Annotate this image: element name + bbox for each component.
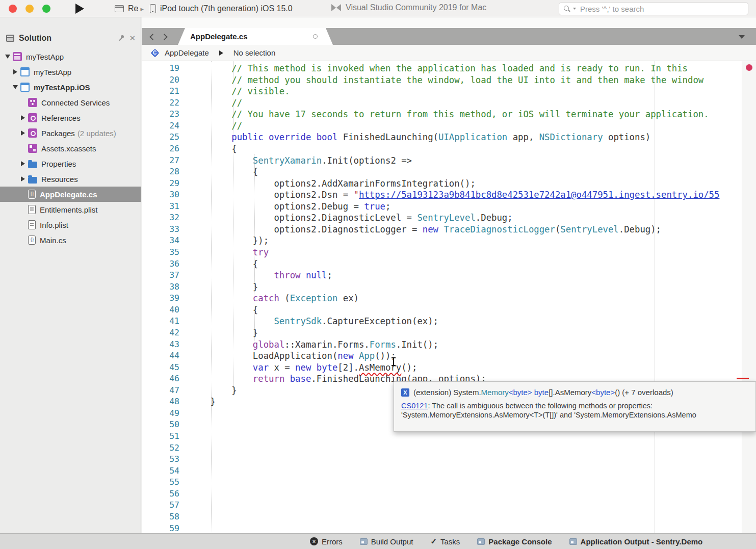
cs-file-icon bbox=[28, 236, 36, 245]
configuration-icon bbox=[115, 5, 124, 12]
code-line-22: 22 // bbox=[142, 97, 742, 109]
tree-item-connected-services-3[interactable]: Connected Services bbox=[0, 95, 141, 110]
code-editor[interactable]: 19 // This method is invoked when the ap… bbox=[142, 61, 756, 533]
errors-icon bbox=[310, 537, 318, 545]
minimize-window-button[interactable] bbox=[25, 5, 34, 13]
tree-item-mytestapp-1[interactable]: myTestApp bbox=[0, 64, 141, 80]
line-number: 44 bbox=[142, 350, 179, 362]
code-line-39: 39 catch (Exception ex) bbox=[142, 293, 742, 304]
navigate-forward-button[interactable] bbox=[159, 32, 172, 41]
project-icon bbox=[20, 67, 30, 76]
code-line-59: 59 bbox=[142, 523, 742, 534]
tree-item-label: Info.plist bbox=[40, 221, 68, 229]
run-button[interactable] bbox=[75, 4, 84, 14]
line-number: 54 bbox=[142, 465, 179, 477]
application-output-icon bbox=[569, 538, 577, 545]
tab-modified-indicator bbox=[313, 34, 318, 39]
line-number: 27 bbox=[142, 155, 179, 167]
disclosure-right-icon[interactable] bbox=[19, 161, 27, 166]
code-line-58: 58 bbox=[142, 511, 742, 523]
tab-appdelegate[interactable]: AppDelegate.cs bbox=[178, 28, 333, 45]
tree-item-label: Entitlements.plist bbox=[40, 205, 97, 214]
navigate-back-button[interactable] bbox=[145, 32, 158, 41]
assets-icon bbox=[28, 144, 37, 153]
disclosure-right-icon[interactable] bbox=[19, 176, 27, 181]
package-console-button[interactable]: Package Console bbox=[477, 537, 552, 546]
tree-item-info-plist-11[interactable]: Info.plist bbox=[0, 217, 141, 232]
status-item-label: Errors bbox=[322, 537, 343, 546]
line-number: 30 bbox=[142, 189, 179, 201]
error-marker-top[interactable] bbox=[746, 64, 752, 71]
package-console-icon bbox=[477, 538, 485, 545]
line-number: 58 bbox=[142, 511, 179, 523]
tab-strip-spacer bbox=[142, 17, 756, 28]
tree-item-assets-xcassets-6[interactable]: Assets.xcassets bbox=[0, 141, 141, 156]
code-line-36: 36 { bbox=[142, 258, 742, 270]
tree-item-resources-8[interactable]: Resources bbox=[0, 171, 141, 187]
editor-column: AppDelegate.cs C AppDelegate No selectio… bbox=[142, 17, 756, 533]
disclosure-right-icon[interactable] bbox=[19, 115, 27, 120]
tree-item-properties-7[interactable]: Properties bbox=[0, 156, 141, 171]
tree-item-entitlements-plist-10[interactable]: Entitlements.plist bbox=[0, 202, 141, 217]
error-marker-line45[interactable] bbox=[737, 378, 749, 379]
disclosure-right-icon[interactable] bbox=[19, 130, 27, 136]
tooltip-error-text: : The call is ambiguous between the foll… bbox=[428, 402, 653, 410]
code-line-25: 25 public override bool FinishedLaunchin… bbox=[142, 132, 742, 143]
line-number: 26 bbox=[142, 143, 179, 155]
tab-list-dropdown[interactable] bbox=[739, 35, 745, 39]
configuration-label: Re bbox=[128, 4, 138, 13]
tree-item-label: Resources bbox=[41, 175, 78, 184]
application-output-button[interactable]: Application Output - Sentry.Demo bbox=[569, 537, 703, 546]
tree-item-label: Connected Services bbox=[41, 98, 110, 107]
error-code-link[interactable]: CS0121 bbox=[401, 402, 428, 410]
references-icon bbox=[28, 113, 37, 122]
line-number: 48 bbox=[142, 396, 179, 408]
line-number: 43 bbox=[142, 339, 179, 351]
tree-item-packages-5[interactable]: Packages(2 updates) bbox=[0, 125, 141, 141]
build-output-icon bbox=[360, 538, 368, 545]
tree-item-main-cs-12[interactable]: Main.cs bbox=[0, 232, 141, 248]
solution-pane: Solution ✕ myTestAppmyTestAppmyTestApp.i… bbox=[0, 17, 141, 533]
disclosure-down-icon[interactable] bbox=[12, 85, 19, 89]
search-input[interactable]: Press '^,' to search bbox=[559, 2, 748, 15]
search-icon bbox=[563, 5, 571, 13]
line-number: 21 bbox=[142, 86, 179, 97]
tasks-icon bbox=[430, 537, 437, 546]
tree-item-references-4[interactable]: References bbox=[0, 110, 141, 125]
line-number: 32 bbox=[142, 212, 179, 224]
tree-item-label: References bbox=[41, 114, 81, 122]
code-line-44: 44 LoadApplication(new App()); bbox=[142, 350, 742, 362]
tooltip-error-detail: 'System.MemoryExtensions.AsMemory<T>(T[]… bbox=[401, 411, 696, 419]
tree-item-mytestapp-0[interactable]: myTestApp bbox=[0, 49, 141, 64]
errors-button[interactable]: Errors bbox=[310, 537, 343, 546]
tab-label: AppDelegate.cs bbox=[190, 32, 248, 41]
chevron-right-icon: ▸ bbox=[140, 5, 144, 13]
tree-item-label: Properties bbox=[41, 160, 76, 168]
line-number: 47 bbox=[142, 385, 179, 397]
code-line-24: 24 // bbox=[142, 120, 742, 132]
tree-item-note: (2 updates) bbox=[77, 129, 116, 138]
close-window-button[interactable] bbox=[9, 5, 17, 13]
tree-item-label: Main.cs bbox=[40, 236, 66, 245]
breadcrumb-selection[interactable]: No selection bbox=[233, 48, 276, 57]
breadcrumb-class[interactable]: AppDelegate bbox=[165, 48, 209, 57]
device-selector[interactable]: Re ▸ iPod touch (7th generation) iOS 15.… bbox=[115, 2, 293, 15]
tree-item-mytestapp-ios-2[interactable]: myTestApp.iOS bbox=[0, 80, 141, 95]
code-line-38: 38 } bbox=[142, 281, 742, 293]
tasks-button[interactable]: Tasks bbox=[430, 537, 460, 546]
line-number: 33 bbox=[142, 224, 179, 236]
disclosure-right-icon[interactable] bbox=[12, 69, 19, 74]
disclosure-down-icon[interactable] bbox=[4, 55, 11, 59]
code-line-41: 41 SentrySdk.CaptureException(ex); bbox=[142, 316, 742, 327]
close-icon[interactable]: ✕ bbox=[129, 35, 136, 42]
line-number: 34 bbox=[142, 235, 179, 247]
line-number: 53 bbox=[142, 454, 179, 465]
pin-icon[interactable] bbox=[118, 35, 125, 42]
line-number: 29 bbox=[142, 178, 179, 190]
zoom-window-button[interactable] bbox=[42, 5, 50, 13]
tree-item-appdelegate-cs-9[interactable]: AppDelegate.cs bbox=[0, 187, 141, 202]
tree-item-label: Assets.xcassets bbox=[41, 144, 96, 153]
solution-pane-header: Solution ✕ bbox=[0, 17, 141, 47]
build-output-button[interactable]: Build Output bbox=[360, 537, 413, 546]
plist-icon bbox=[28, 220, 36, 229]
